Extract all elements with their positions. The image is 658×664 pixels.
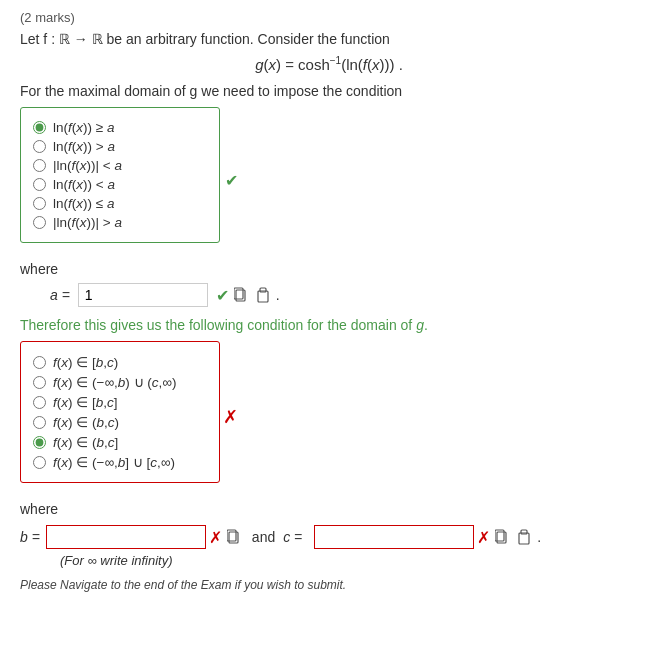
group1-checkmark: ✔ bbox=[225, 171, 238, 190]
option-2f-label: f(x) ∈ (−∞,b] ∪ [c,∞) bbox=[53, 454, 175, 470]
option-1f-label: |ln(f(x))| > a bbox=[53, 215, 122, 230]
a-copy-icon[interactable] bbox=[231, 285, 251, 305]
condition-text: For the maximal domain of g we need to i… bbox=[20, 83, 638, 99]
navigate-note: Please Navigate to the end of the Exam i… bbox=[20, 578, 638, 592]
option-1d[interactable]: ln(f(x)) < a bbox=[33, 177, 207, 192]
a-input-row: a = ✔ . bbox=[50, 283, 638, 307]
c-red-x: ✗ bbox=[477, 528, 490, 547]
a-icon-area: ✔ . bbox=[212, 285, 280, 305]
radio-2a[interactable] bbox=[33, 356, 46, 369]
c-input[interactable] bbox=[314, 525, 474, 549]
c-label: c = bbox=[283, 529, 302, 545]
c-paste-icon[interactable] bbox=[514, 527, 534, 547]
radio-2e[interactable] bbox=[33, 436, 46, 449]
problem-intro: Let f : ℝ → ℝ be an arbitrary function. … bbox=[20, 31, 638, 47]
option-2e-label: f(x) ∈ (b,c] bbox=[53, 434, 118, 450]
option-1f[interactable]: |ln(f(x))| > a bbox=[33, 215, 207, 230]
option-1a[interactable]: ln(f(x)) ≥ a bbox=[33, 120, 207, 135]
option-1b-label: ln(f(x)) > a bbox=[53, 139, 115, 154]
radio-1c[interactable] bbox=[33, 159, 46, 172]
a-input[interactable] bbox=[78, 283, 208, 307]
options-group1-wrapper: ln(f(x)) ≥ a ln(f(x)) > a |ln(f(x))| < a… bbox=[20, 107, 220, 253]
option-2d[interactable]: f(x) ∈ (b,c) bbox=[33, 414, 207, 430]
infinity-note: (For ∞ write infinity) bbox=[60, 553, 638, 568]
radio-1f[interactable] bbox=[33, 216, 46, 229]
option-2a-label: f(x) ∈ [b,c) bbox=[53, 354, 118, 370]
and-label: and bbox=[252, 529, 275, 545]
svg-rect-9 bbox=[521, 530, 527, 534]
a-paste-icon[interactable] bbox=[253, 285, 273, 305]
option-2f[interactable]: f(x) ∈ (−∞,b] ∪ [c,∞) bbox=[33, 454, 207, 470]
radio-1e[interactable] bbox=[33, 197, 46, 210]
a-green-check: ✔ bbox=[216, 286, 229, 305]
option-1c-label: |ln(f(x))| < a bbox=[53, 158, 122, 173]
b-c-input-row: b = ✗ and c = ✗ . bbox=[20, 525, 638, 549]
intro-line1: Let f : ℝ → ℝ be an arbitrary function. … bbox=[20, 31, 390, 47]
a-label: a = bbox=[50, 287, 70, 303]
option-1a-label: ln(f(x)) ≥ a bbox=[53, 120, 114, 135]
option-2a[interactable]: f(x) ∈ [b,c) bbox=[33, 354, 207, 370]
options-group2-box: f(x) ∈ [b,c) f(x) ∈ (−∞,b) ∪ (c,∞) f(x) … bbox=[20, 341, 220, 483]
option-1e[interactable]: ln(f(x)) ≤ a bbox=[33, 196, 207, 211]
b-copy-icon[interactable] bbox=[224, 527, 244, 547]
group2-crossmark: ✗ bbox=[223, 406, 238, 428]
radio-1b[interactable] bbox=[33, 140, 46, 153]
option-2e[interactable]: f(x) ∈ (b,c] bbox=[33, 434, 207, 450]
svg-rect-2 bbox=[258, 291, 268, 302]
option-2b-label: f(x) ∈ (−∞,b) ∪ (c,∞) bbox=[53, 374, 176, 390]
a-period: . bbox=[276, 287, 280, 303]
b-label: b = bbox=[20, 529, 40, 545]
c-period: . bbox=[537, 529, 541, 545]
option-2c[interactable]: f(x) ∈ [b,c] bbox=[33, 394, 207, 410]
option-1b[interactable]: ln(f(x)) > a bbox=[33, 139, 207, 154]
radio-2b[interactable] bbox=[33, 376, 46, 389]
formula-display: g(x) = cosh−1(ln(f(x))) . bbox=[20, 55, 638, 73]
formula-text: g(x) = cosh−1(ln(f(x))) . bbox=[255, 56, 403, 73]
options-group1-box: ln(f(x)) ≥ a ln(f(x)) > a |ln(f(x))| < a… bbox=[20, 107, 220, 243]
where-label2: where bbox=[20, 501, 638, 517]
radio-1a[interactable] bbox=[33, 121, 46, 134]
marks-label: (2 marks) bbox=[20, 10, 638, 25]
option-2c-label: f(x) ∈ [b,c] bbox=[53, 394, 118, 410]
option-2b[interactable]: f(x) ∈ (−∞,b) ∪ (c,∞) bbox=[33, 374, 207, 390]
svg-rect-8 bbox=[519, 533, 529, 544]
therefore-span: Therefore this gives us the following co… bbox=[20, 317, 428, 333]
radio-2f[interactable] bbox=[33, 456, 46, 469]
b-red-x: ✗ bbox=[209, 528, 222, 547]
option-2d-label: f(x) ∈ (b,c) bbox=[53, 414, 119, 430]
where-label1: where bbox=[20, 261, 638, 277]
radio-2d[interactable] bbox=[33, 416, 46, 429]
radio-1d[interactable] bbox=[33, 178, 46, 191]
option-1c[interactable]: |ln(f(x))| < a bbox=[33, 158, 207, 173]
radio-2c[interactable] bbox=[33, 396, 46, 409]
b-input[interactable] bbox=[46, 525, 206, 549]
option-1d-label: ln(f(x)) < a bbox=[53, 177, 115, 192]
option-1e-label: ln(f(x)) ≤ a bbox=[53, 196, 114, 211]
c-copy-icon[interactable] bbox=[492, 527, 512, 547]
therefore-text: Therefore this gives us the following co… bbox=[20, 317, 638, 333]
options-group2-wrapper: f(x) ∈ [b,c) f(x) ∈ (−∞,b) ∪ (c,∞) f(x) … bbox=[20, 341, 220, 493]
